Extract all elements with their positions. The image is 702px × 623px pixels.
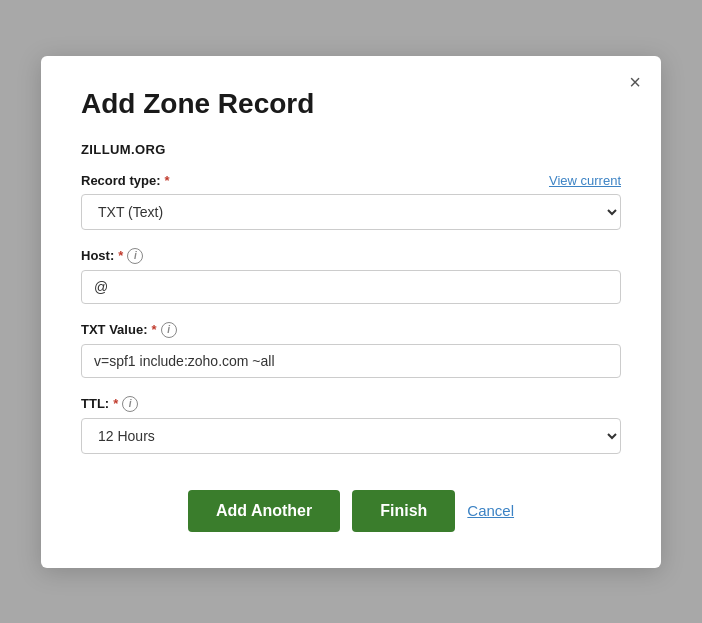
host-label: Host: * i: [81, 248, 143, 264]
ttl-label: TTL: * i: [81, 396, 138, 412]
txt-value-label: TXT Value: * i: [81, 322, 177, 338]
txt-value-info-icon: i: [161, 322, 177, 338]
host-label-text: Host:: [81, 248, 114, 263]
ttl-label-text: TTL:: [81, 396, 109, 411]
modal-dialog: × Add Zone Record ZILLUM.ORG Record type…: [41, 56, 661, 568]
record-type-header: Record type: * View current: [81, 173, 621, 188]
txt-value-input[interactable]: [81, 344, 621, 378]
txt-value-field: TXT Value: * i: [81, 322, 621, 378]
page-title: Add Zone Record: [81, 88, 621, 120]
host-field: Host: * i: [81, 248, 621, 304]
host-input[interactable]: [81, 270, 621, 304]
ttl-header: TTL: * i: [81, 396, 621, 412]
finish-button[interactable]: Finish: [352, 490, 455, 532]
record-type-required: *: [164, 173, 169, 188]
txt-value-required: *: [151, 322, 156, 337]
add-another-button[interactable]: Add Another: [188, 490, 340, 532]
record-type-select[interactable]: TXT (Text) A AAAA CNAME MX NS SRV: [81, 194, 621, 230]
ttl-required: *: [113, 396, 118, 411]
record-type-label-text: Record type:: [81, 173, 160, 188]
host-info-icon: i: [127, 248, 143, 264]
zone-name: ZILLUM.ORG: [81, 142, 621, 157]
host-required: *: [118, 248, 123, 263]
record-type-label: Record type: *: [81, 173, 170, 188]
cancel-button[interactable]: Cancel: [467, 502, 514, 519]
ttl-field: TTL: * i 12 Hours 1 Hour 6 Hours 24 Hour…: [81, 396, 621, 454]
footer-actions: Add Another Finish Cancel: [81, 490, 621, 532]
ttl-select[interactable]: 12 Hours 1 Hour 6 Hours 24 Hours Custom: [81, 418, 621, 454]
txt-value-label-text: TXT Value:: [81, 322, 147, 337]
record-type-field: Record type: * View current TXT (Text) A…: [81, 173, 621, 230]
host-header: Host: * i: [81, 248, 621, 264]
ttl-info-icon: i: [122, 396, 138, 412]
modal-overlay: × Add Zone Record ZILLUM.ORG Record type…: [0, 0, 702, 623]
close-button[interactable]: ×: [629, 72, 641, 92]
view-current-button[interactable]: View current: [549, 173, 621, 188]
txt-value-header: TXT Value: * i: [81, 322, 621, 338]
